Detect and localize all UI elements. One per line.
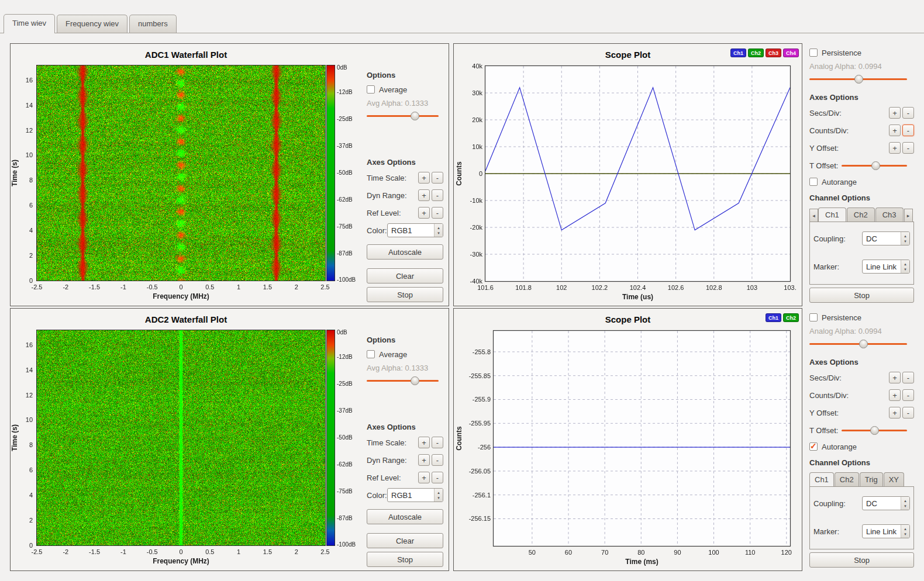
avg-alpha-slider[interactable] (367, 376, 439, 385)
dyn-range-label: Dyn Range: (367, 191, 416, 200)
scope2-title: Scope Plot (454, 314, 802, 324)
autorange-checkbox[interactable] (809, 442, 818, 451)
avg-alpha-slider[interactable] (367, 112, 439, 120)
persistence-row[interactable]: Persistence (809, 312, 914, 323)
tab-time-wiev[interactable]: Time wiev (4, 14, 55, 33)
time-scale-minus-button[interactable]: - (432, 172, 443, 184)
scope2-plot-canvas[interactable] (455, 327, 801, 568)
color-select[interactable]: RGB1 ▴▾ (387, 223, 443, 237)
spinner-arrows-icon[interactable]: ▴▾ (901, 260, 909, 273)
adc1-stop-button[interactable]: Stop (367, 287, 443, 302)
color-select[interactable]: RGB1 ▴▾ (387, 488, 443, 502)
ref-level-plus-button[interactable]: + (418, 207, 430, 219)
channel-tab-trig[interactable]: Trig (860, 472, 883, 487)
counts-div-plus-button[interactable]: + (889, 124, 901, 136)
channel-tab-ch2[interactable]: Ch2 (847, 208, 875, 222)
average-checkbox[interactable] (367, 350, 375, 358)
analog-alpha-slider[interactable] (809, 75, 907, 84)
average-checkbox[interactable] (367, 85, 375, 94)
legend-chip-ch1: Ch1 (730, 49, 746, 57)
persistence-row[interactable]: Persistence (809, 47, 914, 58)
dyn-range-minus-button[interactable]: - (432, 189, 443, 201)
autorange-row[interactable]: Autorange (809, 441, 914, 452)
autorange-checkbox[interactable] (809, 178, 818, 186)
secs-div-minus-button[interactable]: - (902, 107, 914, 119)
time-scale-minus-button[interactable]: - (432, 437, 443, 448)
tab-frequency-wiev[interactable]: Frequency wiev (57, 15, 127, 33)
ref-level-minus-button[interactable]: - (432, 207, 443, 219)
channel-tab-ch1[interactable]: Ch1 (809, 472, 834, 487)
slider-handle[interactable] (870, 426, 879, 435)
adc1-waterfall-canvas[interactable] (11, 64, 362, 302)
ref-level-plus-button[interactable]: + (418, 472, 430, 483)
time-scale-plus-button[interactable]: + (418, 172, 430, 184)
scope2-stop-button[interactable]: Stop (809, 552, 914, 568)
channel-tab-xy[interactable]: XY (884, 472, 904, 487)
scope1-plot-canvas[interactable] (455, 63, 801, 303)
adc2-stop-button[interactable]: Stop (367, 552, 443, 567)
marker-select[interactable]: Line Link ▴▾ (862, 260, 910, 274)
average-row[interactable]: Average (367, 84, 443, 95)
slider-handle[interactable] (854, 75, 863, 84)
spinner-arrows-icon[interactable]: ▴▾ (901, 497, 909, 510)
analog-alpha-slider[interactable] (809, 340, 907, 348)
tab-numbers[interactable]: numbers (129, 15, 177, 33)
channel-tab-ch3[interactable]: Ch3 (875, 208, 904, 222)
y-offset-minus-button[interactable]: - (902, 407, 914, 419)
counts-div-minus-button[interactable]: - (902, 389, 914, 401)
avg-alpha-label: Avg Alpha: 0.1333 (367, 99, 443, 108)
time-scale-plus-button[interactable]: + (418, 437, 430, 448)
channel-tabs: Ch1 Ch2 Trig XY (809, 472, 914, 487)
y-offset-plus-button[interactable]: + (889, 407, 901, 419)
coupling-select[interactable]: DC ▴▾ (862, 496, 910, 510)
secs-div-plus-button[interactable]: + (889, 107, 901, 119)
color-label: Color: (367, 226, 387, 235)
persistence-checkbox[interactable] (809, 313, 818, 321)
slider-handle[interactable] (871, 161, 880, 170)
dyn-range-plus-button[interactable]: + (418, 454, 430, 466)
scope1-stop-button[interactable]: Stop (809, 288, 914, 303)
t-offset-slider[interactable] (842, 426, 907, 435)
coupling-row: Coupling: DC ▴▾ (813, 496, 910, 510)
spinner-arrows-icon[interactable]: ▴▾ (434, 489, 443, 502)
coupling-select[interactable]: DC ▴▾ (862, 231, 910, 245)
autoscale-button[interactable]: Autoscale (367, 509, 443, 524)
slider-handle[interactable] (411, 376, 419, 385)
dyn-range-minus-button[interactable]: - (432, 454, 443, 466)
tabs-scroll-right-button[interactable]: ▸ (904, 209, 913, 222)
adc2-waterfall-panel: ADC2 Waterfall Plot Options Average Avg … (10, 308, 449, 571)
secs-div-plus-button[interactable]: + (889, 372, 901, 383)
channel-tab-ch1[interactable]: Ch1 (818, 208, 846, 222)
ref-level-label: Ref Level: (367, 209, 416, 217)
dyn-range-row: Dyn Range: + - (367, 188, 443, 202)
y-offset-plus-button[interactable]: + (889, 142, 901, 154)
adc2-waterfall-canvas[interactable] (11, 329, 362, 566)
autorange-row[interactable]: Autorange (809, 176, 914, 188)
tabs-scroll-left-button[interactable]: ◂ (809, 209, 818, 222)
secs-div-minus-button[interactable]: - (902, 372, 914, 383)
slider-handle[interactable] (859, 340, 868, 348)
spinner-arrows-icon[interactable]: ▴▾ (901, 232, 909, 245)
channel-tab-ch2[interactable]: Ch2 (835, 472, 859, 487)
analog-alpha-label: Analog Alpha: 0.0994 (809, 62, 914, 71)
counts-div-minus-button[interactable]: - (902, 124, 914, 136)
color-value: RGB1 (388, 489, 434, 502)
average-row[interactable]: Average (367, 348, 443, 360)
counts-div-plus-button[interactable]: + (889, 389, 901, 401)
spinner-arrows-icon[interactable]: ▴▾ (434, 224, 443, 237)
main-content: ADC1 Waterfall Plot Options Average Avg … (0, 33, 924, 571)
ref-level-minus-button[interactable]: - (432, 472, 443, 483)
channel-tabs: ◂ Ch1 Ch2 Ch3 ▸ (809, 207, 914, 222)
dyn-range-plus-button[interactable]: + (418, 189, 430, 201)
spinner-arrows-icon[interactable]: ▴▾ (901, 525, 909, 538)
t-offset-slider[interactable] (842, 161, 907, 170)
adc2-clear-button[interactable]: Clear (367, 533, 443, 548)
slider-handle[interactable] (411, 112, 419, 120)
ref-level-row: Ref Level: + - (367, 206, 443, 220)
persistence-checkbox[interactable] (809, 49, 818, 57)
autoscale-button[interactable]: Autoscale (367, 244, 443, 260)
y-offset-minus-button[interactable]: - (902, 142, 914, 154)
marker-select[interactable]: Line Link ▴▾ (862, 524, 910, 538)
adc1-clear-button[interactable]: Clear (367, 268, 443, 283)
counts-div-row: Counts/Div: + - (809, 123, 914, 137)
